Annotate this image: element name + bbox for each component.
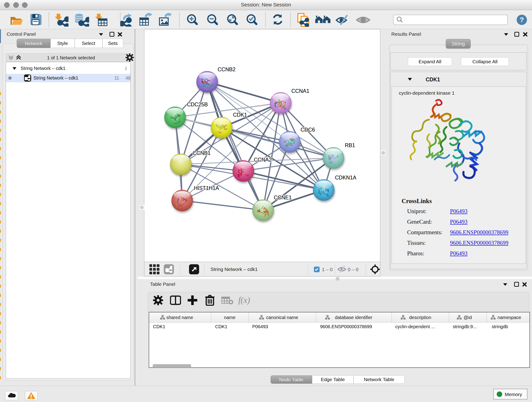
svg-text:CCNB2: CCNB2	[218, 66, 235, 72]
svg-text:CDC25B: CDC25B	[187, 102, 208, 108]
svg-text:CCNA1: CCNA1	[291, 88, 309, 94]
svg-text:CDKN1A: CDKN1A	[335, 175, 356, 181]
svg-text:CCNA2: CCNA2	[254, 157, 272, 163]
svg-text:HIST1H1A: HIST1H1A	[194, 185, 219, 191]
svg-text:RB1: RB1	[345, 142, 355, 148]
svg-text:CDC6: CDC6	[301, 127, 315, 133]
svg-text:CCNB1: CCNB1	[193, 150, 210, 156]
svg-text:CDK1: CDK1	[233, 112, 247, 118]
svg-text:CCNE1: CCNE1	[274, 195, 292, 201]
